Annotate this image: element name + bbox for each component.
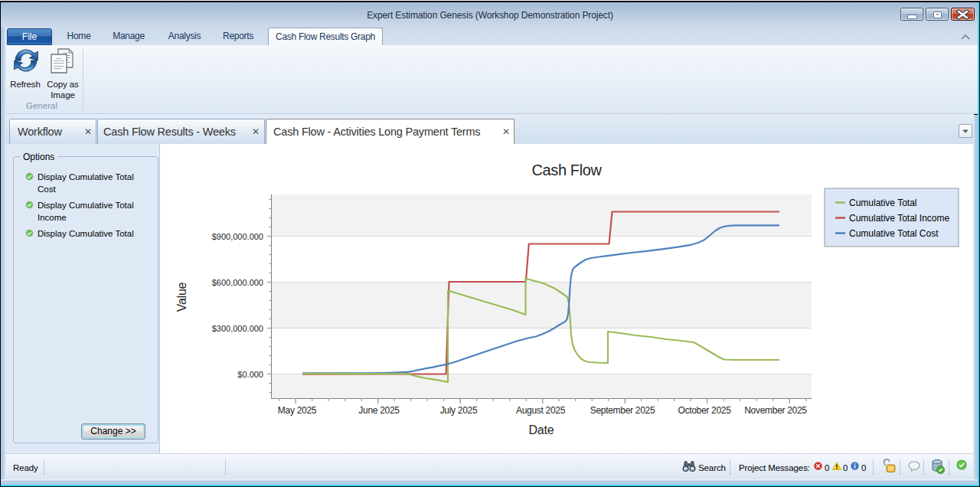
svg-text:$0.000: $0.000 — [237, 370, 263, 379]
svg-text:May 2025: May 2025 — [278, 405, 317, 416]
svg-text:September 2025: September 2025 — [590, 405, 655, 416]
svg-text:Date: Date — [529, 423, 554, 436]
svg-text:October 2025: October 2025 — [678, 405, 731, 416]
svg-text:Value: Value — [175, 282, 188, 312]
svg-text:July 2025: July 2025 — [440, 405, 478, 416]
svg-text:June 2025: June 2025 — [358, 405, 400, 416]
svg-text:$900,000.000: $900,000.000 — [212, 232, 263, 241]
svg-text:Cumulative Total: Cumulative Total — [849, 198, 917, 208]
svg-text:Cumulative Total Income: Cumulative Total Income — [849, 213, 950, 224]
svg-text:$300,000.000: $300,000.000 — [212, 324, 263, 333]
svg-text:November 2025: November 2025 — [744, 405, 807, 416]
svg-text:$600,000.000: $600,000.000 — [212, 278, 263, 287]
svg-text:Cash Flow: Cash Flow — [532, 162, 603, 178]
svg-text:Cumulative Total Cost: Cumulative Total Cost — [849, 228, 939, 239]
svg-text:August 2025: August 2025 — [516, 405, 566, 416]
